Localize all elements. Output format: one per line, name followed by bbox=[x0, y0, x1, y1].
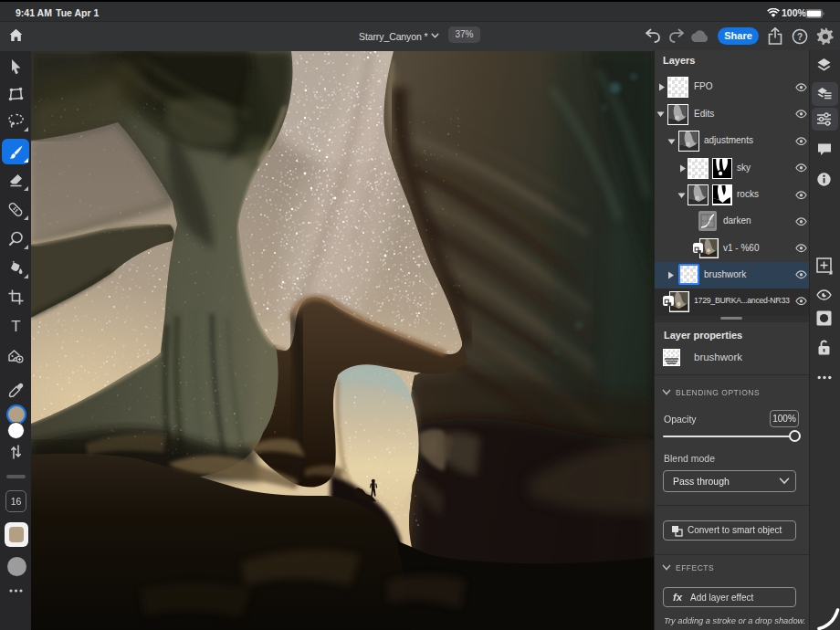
svg-text:T: T bbox=[11, 319, 20, 333]
svg-text:?: ? bbox=[797, 31, 803, 41]
